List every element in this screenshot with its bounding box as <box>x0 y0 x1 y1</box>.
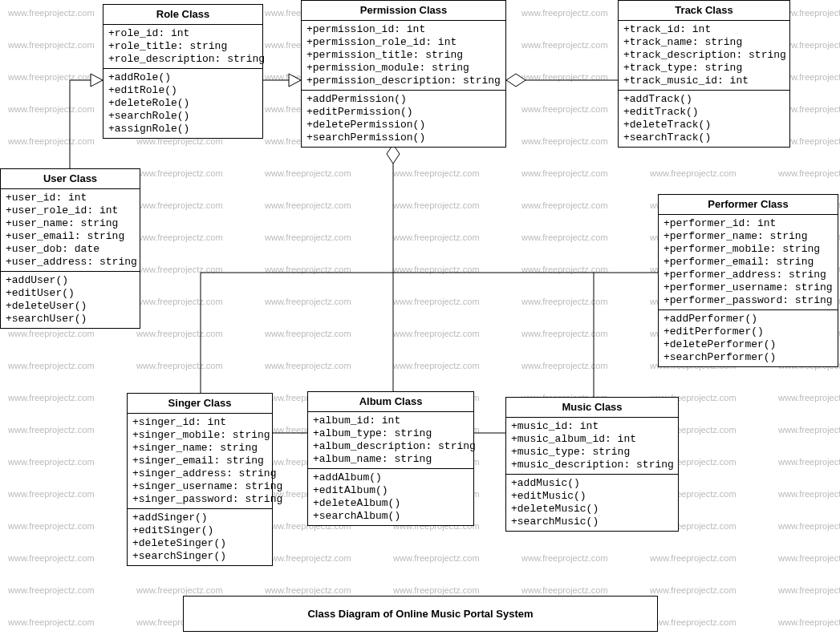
class-member: +user_name: string <box>6 217 135 230</box>
class-ops: +addMusic()+editMusic()+deleteMusic()+se… <box>506 475 678 531</box>
class-member: +music_type: string <box>511 446 673 459</box>
class-attrs: +role_id: int+role_title: string+role_de… <box>103 25 262 69</box>
class-member: +singer_address: string <box>132 467 267 480</box>
class-member: +searchPerformer() <box>663 351 833 364</box>
class-role: Role Class +role_id: int+role_title: str… <box>103 4 263 139</box>
class-permission: Permission Class +permission_id: int+per… <box>301 0 506 148</box>
class-member: +permission_id: int <box>306 23 501 36</box>
class-member: +editTrack() <box>623 106 785 119</box>
class-member: +editPermission() <box>306 106 501 119</box>
class-member: +editAlbum() <box>313 484 469 497</box>
class-member: +album_name: string <box>313 453 469 466</box>
class-member: +searchRole() <box>108 110 258 123</box>
class-member: +searchTrack() <box>623 131 785 144</box>
class-member: +editSinger() <box>132 524 267 537</box>
class-member: +performer_id: int <box>663 217 833 230</box>
class-title: Singer Class <box>128 394 272 414</box>
class-member: +searchUser() <box>6 313 135 326</box>
class-ops: +addPermission()+editPermission()+delete… <box>302 91 505 147</box>
class-member: +singer_mobile: string <box>132 429 267 442</box>
class-member: +singer_username: string <box>132 480 267 493</box>
class-member: +deletePermission() <box>306 119 501 131</box>
class-member: +addRole() <box>108 71 258 84</box>
class-member: +deleteSinger() <box>132 537 267 550</box>
class-member: +editMusic() <box>511 490 673 503</box>
class-ops: +addRole()+editRole()+deleteRole()+searc… <box>103 69 262 138</box>
class-member: +addPerformer() <box>663 313 833 326</box>
class-member: +deleteMusic() <box>511 503 673 516</box>
class-attrs: +track_id: int+track_name: string+track_… <box>619 21 789 91</box>
class-member: +album_description: string <box>313 440 469 453</box>
class-member: +permission_title: string <box>306 49 501 62</box>
class-member: +searchSinger() <box>132 550 267 563</box>
class-member: +performer_email: string <box>663 256 833 269</box>
svg-marker-4 <box>289 74 301 87</box>
class-attrs: +permission_id: int+permission_role_id: … <box>302 21 505 91</box>
class-member: +addMusic() <box>511 477 673 490</box>
class-ops: +addPerformer()+editPerformer()+deletePe… <box>659 310 838 366</box>
diagram-title-box: Class Diagram of Online Music Portal Sys… <box>183 596 658 632</box>
class-member: +editUser() <box>6 287 135 300</box>
class-ops: +addTrack()+editTrack()+deleteTrack()+se… <box>619 91 789 147</box>
class-member: +user_email: string <box>6 230 135 243</box>
class-attrs: +performer_id: int+performer_name: strin… <box>659 215 838 310</box>
class-member: +role_title: string <box>108 40 258 53</box>
class-member: +editPerformer() <box>663 326 833 338</box>
class-member: +permission_module: string <box>306 62 501 75</box>
class-member: +role_description: string <box>108 53 258 66</box>
class-member: +deletePerformer() <box>663 338 833 351</box>
class-attrs: +singer_id: int+singer_mobile: string+si… <box>128 414 272 509</box>
class-title: Permission Class <box>302 1 505 21</box>
class-member: +addUser() <box>6 274 135 287</box>
class-title: Performer Class <box>659 195 838 215</box>
class-member: +singer_password: string <box>132 493 267 506</box>
class-title: User Class <box>1 169 140 189</box>
class-attrs: +music_id: int+music_album_id: int+music… <box>506 418 678 475</box>
class-member: +user_id: int <box>6 192 135 204</box>
class-member: +performer_mobile: string <box>663 243 833 256</box>
class-member: +music_description: string <box>511 459 673 471</box>
class-member: +assignRole() <box>108 123 258 135</box>
class-ops: +addUser()+editUser()+deleteUser()+searc… <box>1 272 140 328</box>
class-member: +performer_username: string <box>663 281 833 294</box>
class-performer: Performer Class +performer_id: int+perfo… <box>658 194 838 367</box>
class-member: +role_id: int <box>108 27 258 40</box>
class-member: +performer_address: string <box>663 269 833 281</box>
class-title: Track Class <box>619 1 789 21</box>
class-ops: +addAlbum()+editAlbum()+deleteAlbum()+se… <box>308 469 473 525</box>
class-member: +track_type: string <box>623 62 785 75</box>
class-member: +track_id: int <box>623 23 785 36</box>
class-member: +deleteTrack() <box>623 119 785 131</box>
class-member: +searchAlbum() <box>313 510 469 523</box>
class-title: Role Class <box>103 5 262 25</box>
class-member: +music_id: int <box>511 420 673 433</box>
class-member: +album_id: int <box>313 415 469 427</box>
class-member: +addAlbum() <box>313 471 469 484</box>
class-user: User Class +user_id: int+user_role_id: i… <box>0 168 140 329</box>
class-album: Album Class +album_id: int+album_type: s… <box>307 391 474 526</box>
class-member: +track_name: string <box>623 36 785 49</box>
class-member: +album_type: string <box>313 427 469 440</box>
class-member: +permission_description: string <box>306 75 501 87</box>
class-title: Music Class <box>506 398 678 418</box>
class-singer: Singer Class +singer_id: int+singer_mobi… <box>127 393 273 566</box>
class-member: +track_music_id: int <box>623 75 785 87</box>
class-attrs: +album_id: int+album_type: string+album_… <box>308 412 473 469</box>
class-attrs: +user_id: int+user_role_id: int+user_nam… <box>1 189 140 272</box>
class-member: +user_dob: date <box>6 243 135 256</box>
class-member: +editRole() <box>108 84 258 97</box>
class-member: +user_address: string <box>6 256 135 269</box>
class-member: +permission_role_id: int <box>306 36 501 49</box>
diagram-title-text: Class Diagram of Online Music Portal Sys… <box>307 608 533 620</box>
class-member: +performer_password: string <box>663 294 833 307</box>
class-member: +deleteAlbum() <box>313 497 469 510</box>
class-member: +user_role_id: int <box>6 204 135 217</box>
class-member: +music_album_id: int <box>511 433 673 446</box>
class-member: +singer_id: int <box>132 416 267 429</box>
class-member: +deleteUser() <box>6 300 135 313</box>
class-member: +singer_email: string <box>132 455 267 467</box>
class-member: +addTrack() <box>623 93 785 106</box>
class-member: +deleteRole() <box>108 97 258 110</box>
svg-marker-5 <box>506 74 526 87</box>
class-member: +track_description: string <box>623 49 785 62</box>
